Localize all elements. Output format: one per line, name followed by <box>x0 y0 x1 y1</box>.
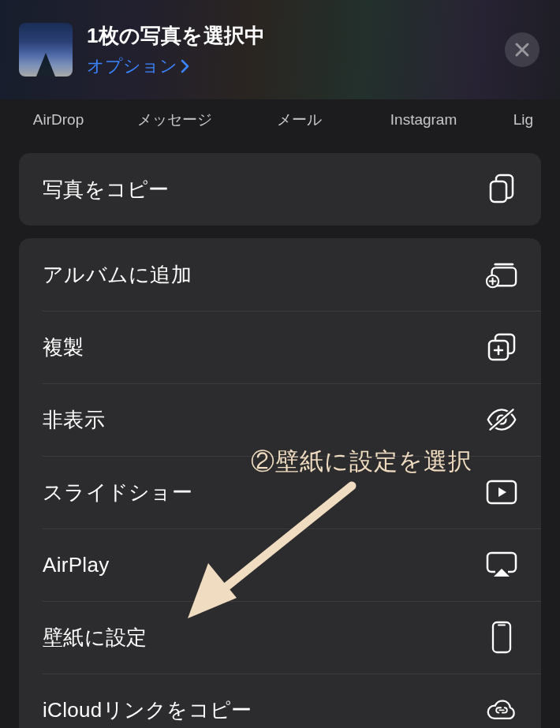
duplicate-label: 複製 <box>43 334 84 361</box>
share-targets-row: AirDrop メッセージ メール Instagram Lig <box>0 99 560 140</box>
copy-photo-row[interactable]: 写真をコピー <box>19 153 541 226</box>
close-button[interactable] <box>505 32 539 67</box>
svg-rect-1 <box>494 263 513 266</box>
close-icon <box>514 42 530 58</box>
action-groups: 写真をコピー アルバムに追加 複製 <box>0 140 560 728</box>
svg-rect-0 <box>491 181 506 202</box>
album-add-icon <box>486 259 517 290</box>
icloud-link-row[interactable]: iCloudリンクをコピー <box>19 674 541 728</box>
header-text-block: 1枚の写真を選択中 オプション <box>87 22 265 78</box>
slideshow-label: スライドショー <box>43 479 192 506</box>
duplicate-row[interactable]: 複製 <box>19 311 541 383</box>
airplay-label: AirPlay <box>43 553 109 577</box>
icloud-link-label: iCloudリンクをコピー <box>43 696 252 724</box>
eye-slash-icon <box>486 404 517 435</box>
duplicate-icon <box>486 331 517 363</box>
svg-rect-9 <box>493 622 510 652</box>
copy-icon <box>486 174 517 205</box>
hide-row[interactable]: 非表示 <box>19 383 541 456</box>
chevron-right-icon <box>181 59 190 73</box>
share-target-messages[interactable]: メッセージ <box>109 110 241 130</box>
hide-label: 非表示 <box>43 406 105 434</box>
airplay-icon <box>486 549 517 581</box>
airplay-row[interactable]: AirPlay <box>19 528 541 601</box>
play-rect-icon <box>486 476 517 508</box>
set-wallpaper-label: 壁紙に設定 <box>43 624 147 651</box>
add-to-album-row[interactable]: アルバムに追加 <box>19 238 541 311</box>
action-group-copy: 写真をコピー <box>19 153 541 226</box>
share-target-airdrop[interactable]: AirDrop <box>8 111 109 129</box>
share-target-more[interactable]: Lig <box>490 111 552 129</box>
action-group-main: アルバムに追加 複製 非表示 <box>19 238 541 728</box>
share-target-mail[interactable]: メール <box>241 110 358 130</box>
cloud-link-icon <box>486 694 517 726</box>
header-title: 1枚の写真を選択中 <box>87 22 265 50</box>
copy-photo-label: 写真をコピー <box>43 176 170 203</box>
options-label: オプション <box>87 54 177 78</box>
slideshow-row[interactable]: スライドショー <box>19 456 541 528</box>
options-link[interactable]: オプション <box>87 54 265 78</box>
share-target-instagram[interactable]: Instagram <box>357 111 489 129</box>
iphone-icon <box>486 622 517 653</box>
selected-photo-thumbnail <box>19 23 73 77</box>
set-wallpaper-row[interactable]: 壁紙に設定 <box>19 601 541 674</box>
add-to-album-label: アルバムに追加 <box>43 261 192 289</box>
share-sheet-header: 1枚の写真を選択中 オプション <box>0 0 560 99</box>
